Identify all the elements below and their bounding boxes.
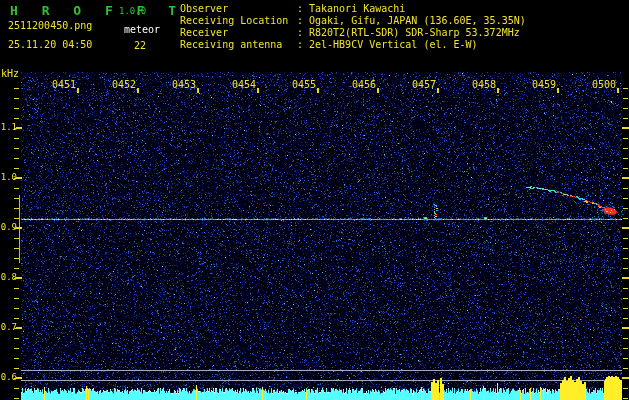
time-tick-label: 0459 bbox=[532, 80, 556, 90]
freq-tick-label: 0.8 bbox=[0, 273, 17, 282]
info-label: Receiving Location bbox=[180, 15, 297, 26]
freq-axis-unit: kHz bbox=[1, 69, 19, 79]
time-tick-label: 0458 bbox=[472, 80, 496, 90]
echo-count: 22 bbox=[134, 41, 146, 51]
time-tick-label: 0455 bbox=[292, 80, 316, 90]
time-tick-label: 0453 bbox=[172, 80, 196, 90]
station-info-row: Receiver:R820T2(RTL-SDR) SDR-Sharp 53.37… bbox=[180, 27, 526, 39]
info-label: Observer bbox=[180, 3, 297, 14]
info-value: Ogaki, Gifu, JAPAN (136.60E, 35.35N) bbox=[309, 15, 526, 26]
time-tick-label: 0500 bbox=[592, 80, 616, 90]
info-label: Receiver bbox=[180, 27, 297, 38]
time-tick-label: 0451 bbox=[52, 80, 76, 90]
time-tick-label: 0457 bbox=[412, 80, 436, 90]
info-value: 2el-HB9CV Vertical (el. E-W) bbox=[309, 39, 478, 50]
info-colon: : bbox=[297, 39, 309, 50]
spectrogram-canvas bbox=[0, 0, 629, 400]
time-tick-label: 0454 bbox=[232, 80, 256, 90]
freq-tick-label: 0.6 bbox=[0, 373, 17, 382]
info-label: Receiving antenna bbox=[180, 39, 297, 50]
observation-datetime: 25.11.20 04:50 bbox=[8, 40, 92, 50]
station-info-row: Receiving antenna:2el-HB9CV Vertical (el… bbox=[180, 39, 526, 51]
info-colon: : bbox=[297, 27, 309, 38]
freq-tick-label: 1.0 bbox=[0, 173, 17, 182]
time-tick-label: 0452 bbox=[112, 80, 136, 90]
info-colon: : bbox=[297, 3, 309, 14]
app-title: H R O F F T bbox=[10, 4, 184, 17]
app-version: 1.0.0 bbox=[119, 7, 146, 16]
info-colon: : bbox=[297, 15, 309, 26]
station-info-row: Receiving Location:Ogaki, Gifu, JAPAN (1… bbox=[180, 15, 526, 27]
freq-tick-label: 1.1 bbox=[0, 123, 17, 132]
station-info-block: Observer:Takanori KawachiReceiving Locat… bbox=[180, 3, 526, 51]
hrofft-window: H R O F F T 1.0.0 2511200450.png meteor … bbox=[0, 0, 629, 400]
time-tick-label: 0456 bbox=[352, 80, 376, 90]
output-filename: 2511200450.png bbox=[8, 21, 92, 31]
freq-tick-label: 0.7 bbox=[0, 323, 17, 332]
freq-tick-label: 0.9 bbox=[0, 223, 17, 232]
info-value: Takanori Kawachi bbox=[309, 3, 405, 14]
mode-label: meteor bbox=[124, 25, 160, 35]
info-value: R820T2(RTL-SDR) SDR-Sharp 53.372MHz bbox=[309, 27, 520, 38]
station-info-row: Observer:Takanori Kawachi bbox=[180, 3, 526, 15]
